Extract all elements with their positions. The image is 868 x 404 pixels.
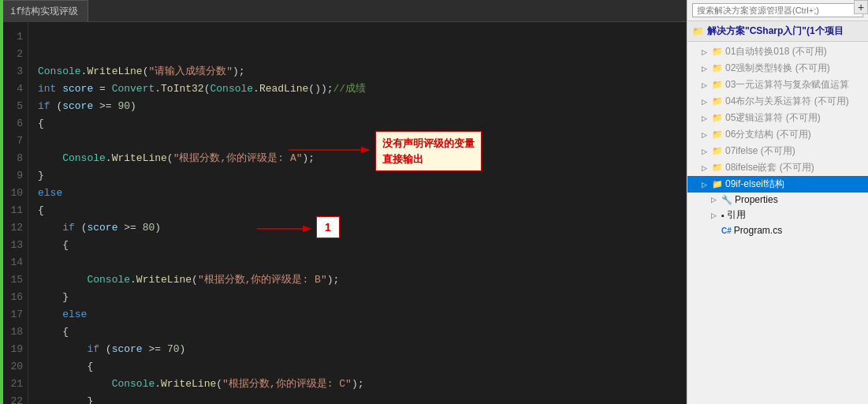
code-line: { bbox=[38, 115, 686, 133]
number-badge: 1 bbox=[316, 216, 340, 238]
collapse-icon: ▷ bbox=[711, 196, 719, 204]
sidebar-item-programcs[interactable]: ▷ C# Program.cs bbox=[687, 223, 868, 238]
item-label: 07ifelse (不可用) bbox=[725, 144, 795, 158]
solution-icon: 📁 bbox=[692, 26, 704, 37]
code-line: { bbox=[38, 324, 686, 341]
sidebar: + 📁 解决方案"CSharp入门"(1个项目 ▷ 📁 01自动转换018 (不… bbox=[687, 0, 868, 404]
tab-label: if结构实现评级 bbox=[10, 5, 78, 18]
item-icon: 📁 bbox=[712, 96, 723, 107]
code-line: else bbox=[38, 185, 686, 202]
solution-title: 📁 解决方案"CSharp入门"(1个项目 bbox=[687, 21, 868, 42]
item-icon: 📁 bbox=[712, 80, 723, 90]
collapse-icon: ▷ bbox=[702, 114, 710, 122]
code-line: int score = Convert.ToInt32(Console.Read… bbox=[38, 80, 686, 98]
item-label: 04布尔与关系运算符 (不可用) bbox=[725, 95, 849, 108]
code-line bbox=[38, 46, 686, 63]
annotation-text: 没有声明评级的变量 直接输出 bbox=[382, 137, 475, 165]
code-line: { bbox=[38, 202, 686, 219]
green-bar bbox=[0, 0, 3, 404]
item-icon: 📁 bbox=[712, 47, 723, 57]
code-area: 1 2 3 4 5 6 7 8 9 10 11 12 13 14 15 16 1… bbox=[0, 22, 686, 404]
item-label: 01自动转换018 (不可用) bbox=[725, 45, 827, 58]
csharp-icon: C# bbox=[721, 226, 732, 235]
collapse-icon: ▷ bbox=[702, 131, 710, 139]
line-numbers: 1 2 3 4 5 6 7 8 9 10 11 12 13 14 15 16 1… bbox=[0, 22, 28, 404]
code-line bbox=[38, 254, 686, 271]
code-line: Console.WriteLine("根据分数,你的评级是: A"); bbox=[38, 150, 686, 167]
sidebar-item-01[interactable]: ▷ 📁 01自动转换018 (不可用) bbox=[687, 43, 868, 60]
item-icon: 📁 bbox=[712, 179, 723, 189]
sidebar-item-04[interactable]: ▷ 📁 04布尔与关系运算符 (不可用) bbox=[687, 93, 868, 110]
code-line: { bbox=[38, 237, 686, 254]
code-line: Console.WriteLine("根据分数,你的评级是: B"); bbox=[38, 271, 686, 289]
sidebar-item-08[interactable]: ▷ 📁 08ifelse嵌套 (不可用) bbox=[687, 159, 868, 176]
sidebar-item-05[interactable]: ▷ 📁 05逻辑运算符 (不可用) bbox=[687, 110, 868, 126]
item-label: 02强制类型转换 (不可用) bbox=[725, 62, 830, 75]
number-badge-label: 1 bbox=[325, 221, 331, 234]
item-label: 09if-elseif结构 bbox=[725, 178, 784, 191]
item-icon: 📁 bbox=[712, 146, 723, 156]
code-line: } bbox=[38, 393, 686, 404]
item-label: 03一元运算符与复杂赋值运算 bbox=[725, 78, 849, 92]
sidebar-item-09[interactable]: ▷ 📁 09if-elseif结构 bbox=[687, 176, 868, 193]
item-icon: 📁 bbox=[712, 129, 723, 140]
item-label: 06分支结构 (不可用) bbox=[725, 128, 811, 141]
collapse-icon: ▷ bbox=[702, 148, 710, 155]
collapse-icon: ▷ bbox=[711, 211, 719, 219]
sidebar-item-03[interactable]: ▷ 📁 03一元运算符与复杂赋值运算 bbox=[687, 77, 868, 93]
code-line: Console.WriteLine("根据分数,你的评级是: C"); bbox=[38, 376, 686, 393]
item-label: 05逻辑运算符 (不可用) bbox=[725, 111, 821, 125]
collapse-icon: ▷ bbox=[702, 164, 710, 172]
solution-title-text: 解决方案"CSharp入门"(1个项目 bbox=[707, 24, 844, 38]
add-button[interactable]: + bbox=[854, 0, 868, 14]
code-content[interactable]: Console.WriteLine("请输入成绩分数"); int score … bbox=[28, 22, 686, 404]
collapse-icon: ▷ bbox=[702, 81, 710, 89]
search-input[interactable] bbox=[692, 3, 863, 17]
item-icon: 📁 bbox=[712, 113, 723, 123]
item-label: 08ifelse嵌套 (不可用) bbox=[725, 161, 814, 174]
code-line: { bbox=[38, 358, 686, 376]
active-tab[interactable]: if结构实现评级 bbox=[0, 0, 88, 22]
collapse-icon: ▷ bbox=[702, 181, 710, 189]
collapse-icon: ▷ bbox=[702, 65, 710, 73]
sidebar-item-properties[interactable]: ▷ 🔧 Properties bbox=[687, 193, 868, 207]
code-line: if (score >= 80) bbox=[38, 219, 686, 237]
sidebar-item-06[interactable]: ▷ 📁 06分支结构 (不可用) bbox=[687, 126, 868, 143]
sidebar-tree: ▷ 📁 01自动转换018 (不可用) ▷ 📁 02强制类型转换 (不可用) ▷… bbox=[687, 42, 868, 404]
code-line: Console.WriteLine("请输入成绩分数"); bbox=[38, 63, 686, 80]
code-panel: if结构实现评级 1 2 3 4 5 6 7 8 9 10 11 12 13 1… bbox=[0, 0, 687, 404]
code-line: if (score >= 90) bbox=[38, 98, 686, 115]
code-line bbox=[38, 133, 686, 150]
collapse-icon: ▷ bbox=[702, 48, 710, 56]
item-icon: ▪ bbox=[721, 211, 725, 220]
sidebar-search-area bbox=[687, 0, 868, 21]
item-icon: 🔧 bbox=[721, 195, 732, 205]
item-icon: 📁 bbox=[712, 163, 723, 173]
collapse-icon: ▷ bbox=[702, 98, 710, 106]
sidebar-item-02[interactable]: ▷ 📁 02强制类型转换 (不可用) bbox=[687, 60, 868, 77]
item-label: Properties bbox=[735, 194, 778, 205]
sidebar-item-07[interactable]: ▷ 📁 07ifelse (不可用) bbox=[687, 143, 868, 159]
code-line: } bbox=[38, 289, 686, 306]
code-line bbox=[38, 28, 686, 46]
tab-bar: if结构实现评级 bbox=[0, 0, 686, 22]
item-icon: 📁 bbox=[712, 63, 723, 73]
annotation-box: 没有声明评级的变量 直接输出 bbox=[375, 131, 482, 171]
code-line: else bbox=[38, 306, 686, 324]
item-label: 引用 bbox=[727, 208, 746, 222]
code-line: if (score >= 70) bbox=[38, 341, 686, 358]
item-label: Program.cs bbox=[734, 225, 782, 236]
sidebar-item-references[interactable]: ▷ ▪ 引用 bbox=[687, 207, 868, 223]
code-line: } bbox=[38, 167, 686, 185]
